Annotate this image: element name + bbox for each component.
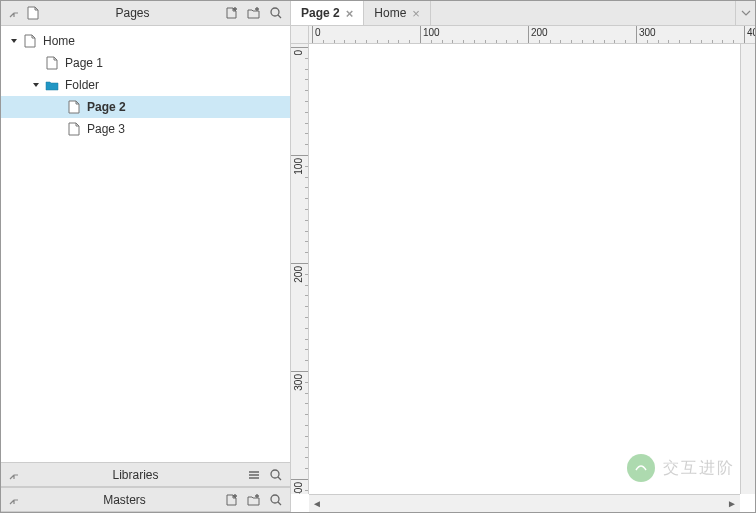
tree-item-label: Home bbox=[43, 34, 75, 48]
scrollbar-vertical[interactable] bbox=[740, 44, 755, 494]
folder-icon bbox=[45, 78, 59, 92]
sidebar: Pages Home bbox=[1, 1, 291, 512]
add-folder-icon[interactable] bbox=[246, 492, 262, 508]
masters-panel-title: Masters bbox=[25, 493, 224, 507]
tab-page2[interactable]: Page 2 × bbox=[291, 1, 364, 25]
tree-item-label: Page 3 bbox=[87, 122, 125, 136]
pages-tree: Home Page 1 Folder bbox=[1, 26, 290, 462]
tab-label: Page 2 bbox=[301, 6, 340, 20]
page-icon bbox=[45, 56, 59, 70]
close-icon[interactable]: × bbox=[412, 7, 420, 20]
tree-item-folder[interactable]: Folder bbox=[1, 74, 290, 96]
page-icon bbox=[23, 34, 37, 48]
tree-item-home[interactable]: Home bbox=[1, 30, 290, 52]
search-icon[interactable] bbox=[268, 467, 284, 483]
svg-point-0 bbox=[271, 8, 279, 16]
tree-item-label: Page 2 bbox=[87, 100, 126, 114]
tabs-bar: Page 2 × Home × bbox=[291, 1, 755, 26]
scrollbar-horizontal[interactable]: ◄ ► bbox=[309, 494, 740, 512]
add-folder-icon[interactable] bbox=[246, 5, 262, 21]
tab-label: Home bbox=[374, 6, 406, 20]
libraries-panel-title: Libraries bbox=[25, 468, 246, 482]
ruler-vertical[interactable]: 0100200300400 bbox=[291, 44, 309, 494]
ruler-corner bbox=[291, 26, 309, 44]
menu-icon[interactable] bbox=[246, 467, 262, 483]
collapse-icon[interactable] bbox=[7, 493, 21, 507]
page-icon bbox=[67, 122, 81, 136]
svg-point-1 bbox=[271, 470, 279, 478]
pages-panel-header: Pages bbox=[1, 1, 290, 26]
libraries-panel-header[interactable]: Libraries bbox=[1, 462, 290, 487]
collapse-icon[interactable] bbox=[7, 468, 21, 482]
pages-panel-title: Pages bbox=[41, 6, 224, 20]
tab-home[interactable]: Home × bbox=[364, 1, 431, 25]
page-icon bbox=[25, 5, 41, 21]
add-page-icon[interactable] bbox=[224, 5, 240, 21]
svg-point-2 bbox=[271, 495, 279, 503]
tree-item-label: Page 1 bbox=[65, 56, 103, 70]
search-icon[interactable] bbox=[268, 5, 284, 21]
collapse-icon[interactable] bbox=[7, 6, 21, 20]
page-icon bbox=[67, 100, 81, 114]
expand-toggle-icon[interactable] bbox=[9, 36, 19, 46]
close-icon[interactable]: × bbox=[346, 7, 354, 20]
expand-toggle-icon[interactable] bbox=[31, 80, 41, 90]
ruler-horizontal[interactable]: 010020030040 bbox=[309, 26, 755, 44]
tree-item-page1[interactable]: Page 1 bbox=[1, 52, 290, 74]
tree-item-label: Folder bbox=[65, 78, 99, 92]
tree-item-page2[interactable]: Page 2 bbox=[1, 96, 290, 118]
tabs-dropdown-icon[interactable] bbox=[735, 1, 755, 25]
tree-item-page3[interactable]: Page 3 bbox=[1, 118, 290, 140]
add-page-icon[interactable] bbox=[224, 492, 240, 508]
canvas-area: Page 2 × Home × 010020030040 01002003004… bbox=[291, 1, 755, 512]
masters-panel-header[interactable]: Masters bbox=[1, 487, 290, 512]
canvas[interactable] bbox=[309, 44, 740, 494]
scroll-left-icon[interactable]: ◄ bbox=[309, 496, 325, 512]
search-icon[interactable] bbox=[268, 492, 284, 508]
scroll-right-icon[interactable]: ► bbox=[724, 496, 740, 512]
